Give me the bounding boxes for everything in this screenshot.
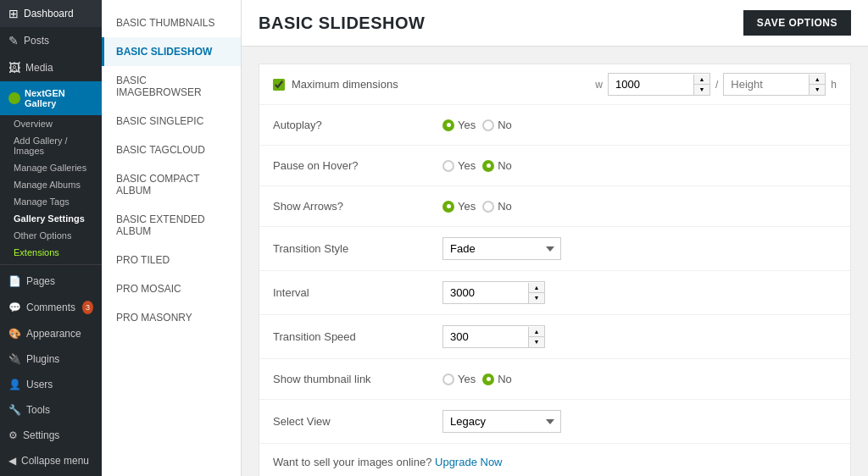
transition-speed-up-button[interactable]: ▲ <box>529 327 544 337</box>
sidebar-sub-manage-tags[interactable]: Manage Tags <box>0 193 102 210</box>
main-content: BASIC SLIDESHOW SAVE OPTIONS Maximum dim… <box>242 0 868 476</box>
main-header: BASIC SLIDESHOW SAVE OPTIONS <box>242 0 868 47</box>
gallery-nav-basic-imagebrowser[interactable]: BASIC IMAGEBROWSER <box>102 66 241 107</box>
transition-speed-input[interactable] <box>443 326 528 347</box>
gallery-nav-pro-mosaic[interactable]: PRO MOSAIC <box>102 274 241 303</box>
sidebar: ⊞ Dashboard ✎ Posts 🖼 Media NextGEN Gall… <box>0 0 102 476</box>
arrows-no-text: No <box>498 200 512 213</box>
sidebar-item-label: Posts <box>24 35 49 47</box>
gallery-nav-basic-compact-album[interactable]: BASIC COMPACT ALBUM <box>102 164 241 205</box>
interval-down-button[interactable]: ▼ <box>529 293 544 303</box>
width-up-button[interactable]: ▲ <box>694 75 709 85</box>
sidebar-sub-manage-albums[interactable]: Manage Albums <box>0 176 102 193</box>
sidebar-item-label: Media <box>25 62 53 74</box>
sidebar-item-pages[interactable]: 📄 Pages <box>0 268 102 294</box>
transition-speed-row: Transition Speed ▲ ▼ <box>259 315 850 359</box>
max-dimensions-row: Maximum dimensions w ▲ ▼ / ▲ <box>259 64 850 105</box>
max-dimensions-checkbox[interactable] <box>273 79 285 91</box>
pause-on-hover-control: Yes No <box>442 159 837 172</box>
comments-icon: 💬 <box>8 302 21 313</box>
users-icon: 👤 <box>8 379 21 390</box>
save-options-button[interactable]: SAVE OPTIONS <box>743 10 851 36</box>
sidebar-arrow-icon <box>97 90 102 107</box>
sidebar-item-tools[interactable]: 🔧 Tools <box>0 397 102 423</box>
settings-section: Maximum dimensions w ▲ ▼ / ▲ <box>259 64 851 476</box>
pause-no-radio[interactable] <box>482 160 494 172</box>
sidebar-item-settings[interactable]: ⚙ Settings <box>0 423 102 448</box>
sidebar-item-media[interactable]: 🖼 Media <box>0 54 102 81</box>
height-input[interactable] <box>724 74 809 95</box>
gallery-nav-basic-thumbnails[interactable]: BASIC THUMBNAILS <box>102 8 241 37</box>
autoplay-yes-radio[interactable] <box>442 119 454 131</box>
interval-input[interactable] <box>443 282 528 303</box>
appearance-label: Appearance <box>26 328 81 340</box>
sidebar-sub-overview[interactable]: Overview <box>0 115 102 132</box>
nextgen-icon <box>8 92 20 104</box>
pause-yes-label[interactable]: Yes <box>442 159 476 172</box>
autoplay-row: Autoplay? Yes No <box>259 105 850 146</box>
sidebar-sub-gallery-settings[interactable]: Gallery Settings <box>0 210 102 227</box>
interval-up-button[interactable]: ▲ <box>529 283 544 293</box>
sidebar-item-appearance[interactable]: 🎨 Appearance <box>0 321 102 346</box>
pages-icon: 📄 <box>8 275 21 287</box>
gallery-nav-pro-tiled[interactable]: PRO TILED <box>102 246 241 274</box>
transition-speed-control: ▲ ▼ <box>442 325 837 348</box>
sidebar-sub-extensions[interactable]: Extensions <box>0 244 102 261</box>
transition-style-label: Transition Style <box>273 242 442 255</box>
gallery-nav-pro-masonry[interactable]: PRO MASONRY <box>102 303 241 332</box>
interval-spinners: ▲ ▼ <box>528 283 544 303</box>
width-input[interactable] <box>609 74 693 95</box>
thumb-link-no-text: No <box>498 373 512 385</box>
gallery-nav-basic-slideshow[interactable]: BASIC SLIDESHOW <box>102 37 241 66</box>
arrows-yes-text: Yes <box>458 200 476 213</box>
sidebar-item-comments[interactable]: 💬 Comments 3 <box>0 294 102 321</box>
transition-speed-label: Transition Speed <box>273 330 442 343</box>
pause-on-hover-label: Pause on Hover? <box>273 159 442 172</box>
autoplay-no-radio[interactable] <box>482 119 494 131</box>
pause-no-label[interactable]: No <box>482 159 512 172</box>
plugins-icon: 🔌 <box>8 353 21 365</box>
arrows-no-radio[interactable] <box>482 201 494 213</box>
gallery-nav-basic-tagcloud[interactable]: BASIC TAGCLOUD <box>102 136 241 164</box>
thumb-link-yes-text: Yes <box>458 373 476 385</box>
arrows-no-label[interactable]: No <box>482 200 512 213</box>
width-down-button[interactable]: ▼ <box>694 85 709 95</box>
gallery-nav-basic-singlepic[interactable]: BASIC SINGLEPIC <box>102 107 241 136</box>
comments-label: Comments <box>26 302 75 313</box>
upgrade-link[interactable]: Upgrade Now <box>435 456 503 468</box>
gallery-nav: BASIC THUMBNAILS BASIC SLIDESHOW BASIC I… <box>102 0 242 476</box>
select-view-label: Select View <box>273 415 442 428</box>
show-arrows-row: Show Arrows? Yes No <box>259 186 850 227</box>
sidebar-item-nextgen[interactable]: NextGEN Gallery <box>0 81 102 115</box>
autoplay-yes-label[interactable]: Yes <box>442 119 476 131</box>
thumb-link-no-label[interactable]: No <box>482 373 512 385</box>
pause-yes-radio[interactable] <box>442 160 454 172</box>
settings-icon: ⚙ <box>8 429 18 441</box>
sidebar-item-posts[interactable]: ✎ Posts <box>0 27 102 54</box>
gallery-nav-basic-extended-album[interactable]: BASIC EXTENDED ALBUM <box>102 205 241 246</box>
thumb-link-yes-radio[interactable] <box>442 374 454 385</box>
sidebar-item-plugins[interactable]: 🔌 Plugins <box>0 346 102 372</box>
transition-style-select[interactable]: Fade Slide None <box>442 237 561 260</box>
sidebar-sub-manage-galleries[interactable]: Manage Galleries <box>0 159 102 176</box>
sidebar-item-collapse[interactable]: ◀ Collapse menu <box>0 448 102 473</box>
sidebar-sub-other-options[interactable]: Other Options <box>0 227 102 244</box>
thumb-link-no-radio[interactable] <box>482 374 494 385</box>
transition-speed-input-wrap: ▲ ▼ <box>442 325 545 348</box>
width-input-wrap: ▲ ▼ <box>608 73 710 96</box>
height-up-button[interactable]: ▲ <box>810 75 825 85</box>
sidebar-item-label: Dashboard <box>24 8 74 19</box>
arrows-yes-label[interactable]: Yes <box>442 200 476 213</box>
thumb-link-yes-label[interactable]: Yes <box>442 373 476 385</box>
sidebar-item-dashboard[interactable]: ⊞ Dashboard <box>0 0 102 27</box>
settings-label: Settings <box>23 429 59 441</box>
height-down-button[interactable]: ▼ <box>810 85 825 95</box>
select-view-select[interactable]: Legacy Default <box>442 410 561 433</box>
nextgen-label: NextGEN Gallery <box>25 88 93 108</box>
autoplay-no-label[interactable]: No <box>482 119 512 131</box>
transition-speed-down-button[interactable]: ▼ <box>529 337 544 347</box>
sidebar-item-users[interactable]: 👤 Users <box>0 372 102 397</box>
pause-no-text: No <box>498 159 512 172</box>
sidebar-sub-add-gallery[interactable]: Add Gallery / Images <box>0 132 102 159</box>
arrows-yes-radio[interactable] <box>442 201 454 213</box>
